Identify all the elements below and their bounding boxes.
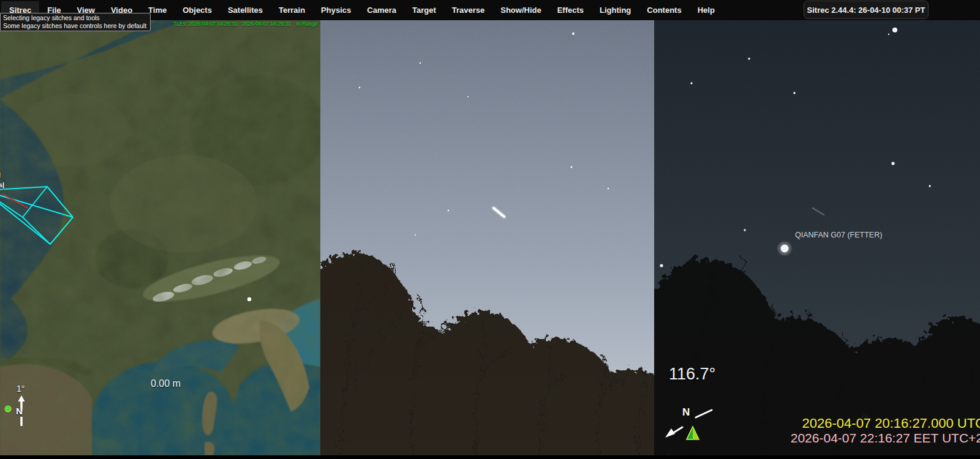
- menu-item-physics[interactable]: Physics: [313, 1, 359, 19]
- menu-item-show-hide[interactable]: Show/Hide: [492, 1, 549, 19]
- sitrec-app: TLEs: 2026-04-07 14:29:31 - 2026-04-07 1…: [0, 0, 980, 459]
- ground-marker-icon: [5, 406, 12, 412]
- map-speckle: [0, 20, 320, 455]
- tle-status: TLEs: 2026-04-07 14:29:31 - 2026-04-07 1…: [173, 21, 320, 27]
- menu-item-contents[interactable]: Contents: [639, 1, 689, 19]
- satellite-dot: [778, 242, 791, 255]
- time-local: 2026-04-07 22:16:27 EET UTC+2: [791, 431, 980, 446]
- menu-item-objects[interactable]: Objects: [175, 1, 220, 19]
- tle-range: In Range 100.0%: [296, 21, 320, 27]
- map-marker-label: l: [0, 171, 1, 179]
- menu-item-terrain[interactable]: Terrain: [271, 1, 313, 19]
- menu-item-camera[interactable]: Camera: [359, 1, 404, 19]
- map-view-panel[interactable]: TLEs: 2026-04-07 14:29:31 - 2026-04-07 1…: [0, 20, 320, 455]
- night-compass-north: N: [682, 406, 690, 419]
- menu-item-target[interactable]: Target: [404, 1, 444, 19]
- sky-photo: [320, 20, 654, 455]
- map-compass-north: N: [16, 406, 23, 416]
- satellite-label: QIANFAN G07 (FETTER): [795, 231, 882, 239]
- map-marker-label: s|: [0, 181, 4, 188]
- tooltip-line-2: Some legacy sitches have controls here b…: [3, 22, 146, 30]
- menu-item-help[interactable]: Help: [690, 1, 723, 19]
- night-sky-panel[interactable]: QIANFAN G07 (FETTER) 116.7° N 2026-04-07…: [654, 20, 980, 455]
- version-title[interactable]: Sitrec 2.44.4: 26-04-10 00:37 PT: [804, 1, 929, 19]
- menu-tooltip: Selecting legacy sitches and tools Some …: [0, 13, 151, 31]
- altitude-label: 0.00 m: [151, 378, 181, 389]
- menu-item-lighting[interactable]: Lighting: [592, 1, 639, 19]
- menu-item-traverse[interactable]: Traverse: [444, 1, 493, 19]
- menu-item-satellites[interactable]: Satellites: [220, 1, 271, 19]
- tle-dates: TLEs: 2026-04-07 14:29:31 - 2026-04-07 1…: [173, 21, 291, 27]
- menu-item-effects[interactable]: Effects: [549, 1, 592, 19]
- map-position-dot: [247, 297, 251, 301]
- time-utc: 2026-04-07 20:16:27.000 UTC: [802, 416, 980, 431]
- tooltip-line-1: Selecting legacy sitches and tools: [3, 14, 146, 22]
- video-panel[interactable]: [320, 20, 654, 455]
- map-compass-degrees: 1°: [17, 384, 24, 394]
- satellite-map: [0, 20, 320, 455]
- heading-readout: 116.7°: [669, 365, 715, 384]
